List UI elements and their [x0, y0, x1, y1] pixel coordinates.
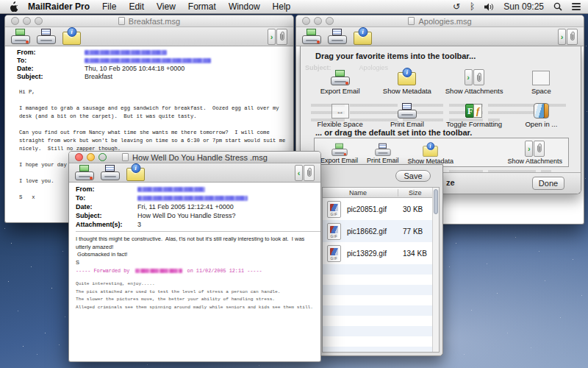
export-email-button[interactable] [302, 29, 321, 44]
spotlight-icon[interactable] [553, 2, 562, 11]
drawer-toolbar: Save [319, 165, 442, 187]
from-label: From: [17, 49, 85, 57]
show-metadata-button[interactable] [354, 32, 372, 45]
default-print-email[interactable]: Print Email [367, 141, 399, 164]
document-proxy-icon [118, 17, 125, 25]
print-email-button[interactable] [328, 29, 347, 44]
zoom-button[interactable] [98, 153, 107, 161]
apologies-titlebar[interactable]: Apologies.msg [296, 15, 584, 27]
print-email-button[interactable] [37, 29, 56, 44]
show-metadata-button[interactable] [62, 32, 81, 45]
menu-file[interactable]: File [102, 1, 116, 12]
default-show-metadata[interactable]: Show Metadata [408, 141, 454, 165]
attachments-drawer: Save Name Size pic20851.gif 30 KB pic186… [318, 164, 443, 356]
show-metadata-button[interactable] [126, 168, 145, 181]
stress-body: I thought this might be constructive. Al… [69, 232, 320, 311]
volume-icon[interactable] [484, 3, 494, 11]
apple-menu[interactable] [9, 1, 19, 12]
sheet-item-flexible-space[interactable]: Flexible Space [306, 97, 373, 128]
export-email-button[interactable] [75, 165, 94, 180]
paperclip-icon [279, 31, 285, 42]
toggle-formatting-icon [465, 103, 484, 118]
menu-help[interactable]: Help [273, 1, 291, 12]
sheet-drag-title: Drag your favorite items into the toolba… [315, 52, 476, 60]
show-attachments-icon [465, 69, 484, 85]
time-machine-icon[interactable]: ↺ [453, 2, 460, 11]
export-email-icon [331, 144, 347, 156]
close-button[interactable] [75, 153, 83, 161]
flexible-space-icon [331, 104, 349, 118]
attachment-row[interactable]: pic18662.gif 77 KB [323, 220, 439, 242]
date-label: Date: [76, 202, 137, 211]
close-button[interactable] [11, 17, 19, 25]
default-toolbar-set[interactable]: Export Email Print Email Show Metadata S… [314, 138, 569, 167]
paperclip-icon [569, 31, 576, 42]
sheet-default-title: ... or drag the default set into the too… [315, 128, 472, 137]
save-button[interactable]: Save [395, 170, 431, 182]
paperclip-icon [306, 167, 312, 178]
hide-attachments-toggle[interactable] [295, 165, 315, 181]
column-name[interactable]: Name [323, 189, 398, 197]
bluetooth-icon[interactable]: ᛒ [470, 2, 475, 11]
window-title: How Well Do You Handle Stress .msg [132, 153, 268, 162]
minimize-button[interactable] [87, 153, 95, 161]
breakfast-titlebar[interactable]: Breakfast.msg [5, 15, 293, 27]
attachments-table: Name Size pic20851.gif 30 KB pic18662.gi… [322, 187, 440, 353]
zoom-button[interactable] [35, 17, 43, 25]
close-button[interactable] [302, 17, 310, 25]
menu-bar: MailRaider Pro File Edit View Format Win… [0, 0, 588, 14]
apple-icon [10, 1, 18, 12]
chevron-left-icon [295, 165, 303, 181]
menu-window[interactable]: Window [229, 1, 260, 12]
desktop: MailRaider Pro File Edit View Format Win… [0, 0, 588, 368]
sheet-item-show-metadata[interactable]: Show Metadata [373, 64, 440, 95]
stress-titlebar[interactable]: How Well Do You Handle Stress .msg [69, 152, 320, 163]
from-value-redacted [85, 50, 167, 55]
gif-file-icon [327, 201, 341, 218]
menu-view[interactable]: View [157, 1, 176, 12]
subject-value: Breakfast [85, 73, 112, 81]
apologies-toolbar [296, 27, 584, 46]
sheet-item-show-attachments[interactable]: Show Attachments [441, 64, 508, 95]
breakfast-toolbar [5, 27, 293, 46]
column-size[interactable]: Size [398, 189, 422, 197]
default-show-attachments[interactable]: Show Attachments [507, 141, 562, 165]
sheet-item-open-in[interactable]: Open in ... [508, 97, 575, 128]
attachment-row[interactable]: pic13829.gif 134 KB [323, 242, 439, 264]
attachments-label: Attachment(s): [76, 220, 137, 229]
sheet-item-space[interactable]: Space [508, 64, 575, 95]
minimize-button[interactable] [23, 17, 31, 25]
zoom-button[interactable] [326, 17, 334, 25]
window-title: Apologies.msg [418, 17, 471, 26]
scrollbar-thumb[interactable] [434, 189, 438, 214]
show-attachments-toggle[interactable] [558, 29, 578, 45]
window-title: Breakfast.msg [129, 17, 180, 26]
menu-format[interactable]: Format [188, 1, 216, 12]
from-value-redacted [137, 187, 205, 192]
chevron-right-icon [268, 29, 276, 45]
menu-bar-clock[interactable]: Sun 09:25 [503, 1, 544, 12]
default-export-email[interactable]: Export Email [320, 141, 358, 164]
minimize-button[interactable] [314, 17, 322, 25]
sheet-item-export-email[interactable]: Export Email [306, 64, 373, 95]
done-button[interactable]: Done [532, 177, 564, 190]
stress-forwarded-body: Quite interesting, enjoy..... The pics a… [76, 280, 315, 311]
space-icon [532, 71, 550, 85]
show-metadata-icon [398, 72, 416, 85]
date-label: Date: [17, 65, 85, 73]
print-email-button[interactable] [101, 165, 120, 180]
attachment-row[interactable]: pic20851.gif 30 KB [323, 198, 439, 220]
to-value-redacted [85, 58, 211, 63]
attachments-table-header[interactable]: Name Size [323, 188, 439, 198]
sheet-item-print-email[interactable]: Print Email [373, 97, 440, 128]
app-menu-title[interactable]: MailRaider Pro [28, 1, 90, 12]
menu-edit[interactable]: Edit [129, 1, 144, 12]
drawer-scrollbar[interactable] [432, 188, 439, 352]
sheet-item-toggle-formatting[interactable]: Toggle Formatting [441, 97, 508, 128]
export-email-icon [331, 70, 350, 85]
show-attachments-toggle[interactable] [268, 29, 287, 45]
export-email-button[interactable] [11, 29, 30, 44]
notification-list-icon[interactable] [572, 1, 581, 12]
open-in-icon [534, 103, 549, 118]
document-proxy-icon [122, 153, 129, 161]
